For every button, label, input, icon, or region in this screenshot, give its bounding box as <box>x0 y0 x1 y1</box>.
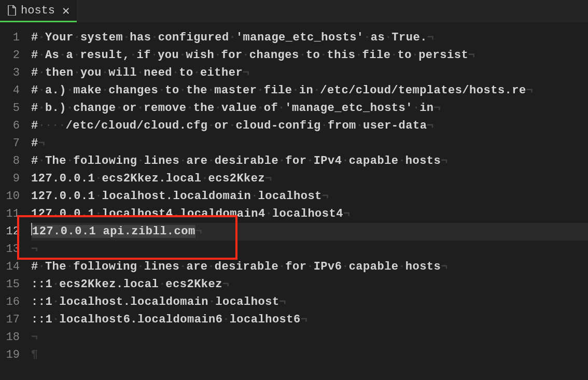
code-line[interactable]: 127.0.0.1·localhost.localdomain·localhos… <box>31 188 588 205</box>
code-line[interactable]: 127.0.0.1·api.zibll.com¬ <box>31 223 588 241</box>
code-line[interactable]: #·As·a·result,·if·you·wish·for·changes·t… <box>31 47 588 64</box>
tab-bar: hosts ✕ <box>0 0 588 23</box>
code-line[interactable]: #·The·following·lines·are·desirable·for·… <box>31 258 588 276</box>
tab-filename: hosts <box>21 4 55 17</box>
code-line[interactable]: ¬ <box>31 329 588 346</box>
close-icon[interactable]: ✕ <box>59 3 69 18</box>
code-line[interactable]: ¶ <box>31 346 588 364</box>
code-line[interactable]: 127.0.0.1·localhost4.localdomain4·localh… <box>31 205 588 223</box>
editor[interactable]: 12345678910111213141516171819 #·Your·sys… <box>0 23 588 380</box>
code-line[interactable]: #·then·you·will·need·to·either¬ <box>31 64 588 82</box>
code-line[interactable]: #·b.)·change·or·remove·the·value·of·'man… <box>31 100 588 117</box>
code-line[interactable]: ::1·localhost.localdomain·localhost¬ <box>31 293 588 311</box>
code-line[interactable]: #·The·following·lines·are·desirable·for·… <box>31 152 588 170</box>
code-line[interactable]: ¬ <box>31 241 588 258</box>
code-area[interactable]: #·Your·system·has·configured·'manage_etc… <box>21 23 588 380</box>
code-line[interactable]: #····/etc/cloud/cloud.cfg·or·cloud-confi… <box>31 117 588 135</box>
code-line[interactable]: 127.0.0.1·ecs2Kkez.local·ecs2Kkez¬ <box>31 170 588 188</box>
code-line[interactable]: #¬ <box>31 135 588 152</box>
code-line[interactable]: #·a.)·make·changes·to·the·master·file·in… <box>31 82 588 100</box>
file-icon <box>7 5 17 16</box>
code-line[interactable]: #·Your·system·has·configured·'manage_etc… <box>31 29 588 47</box>
tab-hosts[interactable]: hosts ✕ <box>0 0 77 22</box>
code-line[interactable]: ::1·ecs2Kkez.local·ecs2Kkez¬ <box>31 276 588 293</box>
code-line[interactable]: ::1·localhost6.localdomain6·localhost6¬ <box>31 311 588 329</box>
line-number-gutter: 12345678910111213141516171819 <box>0 23 21 380</box>
